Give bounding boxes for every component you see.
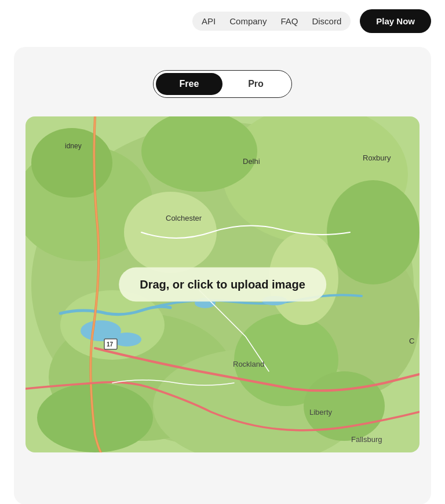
svg-text:idney: idney xyxy=(65,142,82,150)
nav-discord[interactable]: Discord xyxy=(312,16,341,26)
toggle-pro[interactable]: Pro xyxy=(222,73,289,95)
svg-text:Roxbury: Roxbury xyxy=(363,154,391,162)
toggle-free[interactable]: Free xyxy=(156,73,222,95)
svg-text:17: 17 xyxy=(107,341,114,348)
svg-text:Fallsburg: Fallsburg xyxy=(351,435,382,444)
plan-toggle[interactable]: Free Pro xyxy=(153,70,292,98)
svg-text:Colchester: Colchester xyxy=(166,214,202,222)
svg-point-13 xyxy=(124,192,217,273)
map-background: idney Delhi Roxbury Colchester Rockland … xyxy=(25,116,420,452)
nav-links: API Company FAQ Discord xyxy=(192,12,351,31)
svg-text:Liberty: Liberty xyxy=(309,408,333,417)
header: API Company FAQ Discord Play Now xyxy=(0,0,445,42)
main-content: Free Pro xyxy=(14,47,431,504)
nav-api[interactable]: API xyxy=(202,16,216,26)
nav-faq[interactable]: FAQ xyxy=(280,16,298,26)
nav-company[interactable]: Company xyxy=(229,16,267,26)
svg-point-7 xyxy=(31,128,112,198)
svg-text:Delhi: Delhi xyxy=(243,157,260,166)
svg-text:C: C xyxy=(409,337,414,345)
map-upload-area[interactable]: idney Delhi Roxbury Colchester Rockland … xyxy=(25,116,420,452)
svg-point-14 xyxy=(269,232,338,325)
svg-point-9 xyxy=(327,180,420,284)
svg-point-11 xyxy=(37,383,153,452)
svg-point-19 xyxy=(262,296,287,305)
play-now-button[interactable]: Play Now xyxy=(360,9,431,33)
svg-text:Rockland: Rockland xyxy=(233,360,264,368)
